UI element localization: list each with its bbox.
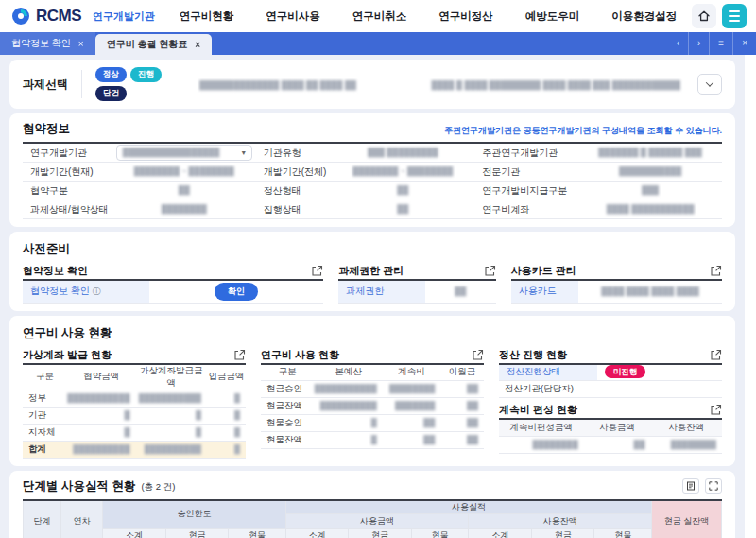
project-dropdown-button[interactable] — [697, 74, 722, 95]
external-link-icon[interactable] — [710, 349, 722, 361]
not-in-progress-badge: 미진행 — [605, 365, 646, 378]
project-authority-panel: 과제권한 관리 과제권한 ██ — [338, 263, 496, 304]
table-row: 과제상태/협약상태 ████████ 집행상태 ██ 연구비계좌 ████ ██… — [23, 200, 722, 219]
table-header-row: 단계 연차 승인한도 사용실적 현금 실잔액 — [24, 500, 722, 514]
field-label: 집행상태 — [256, 200, 332, 219]
column-header: 사용금액 — [584, 419, 651, 436]
info-icon: ⓘ — [93, 286, 101, 296]
field-label: 연구개발비지급구분 — [474, 182, 578, 200]
tab-agreement-check[interactable]: 협약정보 확인 × — [0, 32, 95, 55]
hamburger-menu-button[interactable] — [722, 4, 747, 28]
column-header: 현금 — [531, 529, 594, 538]
row-label: 정산기관(담당자) — [499, 381, 597, 398]
external-link-icon[interactable] — [233, 349, 246, 361]
agreement-check-link[interactable]: 협약정보 확인ⓘ — [23, 280, 149, 303]
table-row: 협약구분 ██ 정산형태 ██ 연구개발비지급구분 ███ — [23, 182, 722, 200]
panel-title: 가상계좌 발급 현황 — [23, 348, 112, 362]
field-value: ████ ████ ████ ████ — [578, 280, 722, 303]
nav-item-prevention-helper[interactable]: 예방도우미 — [525, 9, 580, 24]
tab-list-icon[interactable]: ≡ — [709, 32, 732, 55]
confirm-button[interactable]: 확인 — [215, 283, 258, 301]
agreement-note: 주관연구개발기관은 공동연구개발기관의 구성내역을 조회할 수 있습니다. — [444, 125, 722, 137]
project-authority-link[interactable]: 과제권한 — [338, 280, 425, 303]
nav-item-fund-cancel[interactable]: 연구비취소 — [352, 9, 407, 24]
tab-controls: ‹ › ≡ × — [668, 32, 756, 55]
tab-fund-summary[interactable]: 연구비 총괄 현황표 × — [95, 34, 212, 55]
column-header: 연차 — [60, 500, 102, 538]
table-row: 사용카드 ████ ████ ████ ████ — [511, 280, 722, 303]
tab-close-icon[interactable]: × — [195, 40, 200, 50]
field-value — [597, 381, 722, 398]
rnd-institution-select[interactable]: █████████████████ ▾ — [116, 145, 252, 161]
field-label: 개발기간(전체) — [256, 163, 332, 182]
fullscreen-button[interactable] — [705, 478, 722, 494]
virtual-account-panel: 가상계좌 발급 현황 구분 협약금액 가상계좌발급금액 입금금액 정부 ████… — [23, 347, 246, 459]
row-label: 현금승인 — [261, 381, 315, 398]
field-value: ██ — [112, 182, 256, 200]
column-header: 이월금 — [440, 364, 484, 381]
scrollbar-track[interactable] — [745, 55, 756, 538]
external-link-icon[interactable] — [484, 265, 496, 277]
tab-close-icon[interactable]: × — [78, 39, 84, 49]
settlement-panel: 정산 진행 현황 정산진행상태 미진행 정산기관(담당자) 계속비 편성 현황 — [499, 347, 722, 459]
usage-card-link[interactable]: 사용카드 — [511, 280, 578, 303]
tab-prev-icon[interactable]: ‹ — [668, 32, 688, 55]
row-label: 기관 — [23, 407, 67, 424]
home-button[interactable] — [692, 4, 716, 28]
agreement-check-panel: 협약정보 확인 협약정보 확인ⓘ 확인 — [23, 263, 323, 304]
external-link-icon[interactable] — [710, 404, 722, 416]
table-row: 기관 █ █ █ — [23, 407, 246, 424]
status-badge-single: 단건 — [95, 86, 127, 101]
fund-usage-panel: 연구비 사용 현황 구분 본예산 계속비 이월금 현금승인 ██████████… — [261, 347, 484, 459]
usage-section-title: 연구비 사용 현황 — [23, 326, 112, 339]
table-row: 현물잔액 █ ██ ██ — [261, 432, 484, 449]
field-label: 협약구분 — [23, 182, 112, 200]
panel-title: 정산 진행 현황 — [499, 348, 567, 362]
logo[interactable]: RCMS 연구개발기관 — [11, 7, 155, 26]
column-header: 구분 — [23, 364, 67, 390]
column-header: 소계 — [285, 529, 349, 538]
tab-next-icon[interactable]: › — [688, 32, 709, 55]
field-value: ███ █████████ — [331, 143, 474, 163]
field-value: ██ — [331, 200, 474, 219]
export-icon — [686, 481, 696, 491]
field-label: 정산형태 — [256, 182, 332, 200]
field-value: ████████ — [112, 200, 256, 219]
project-info-masked: ████ █ ████ █████████ ████ ████ ███ ████… — [432, 80, 680, 90]
column-header: 현물 — [229, 529, 286, 538]
table-row: 개발기간(현재) ████████ ~ ████████ 개발기간(전체) ██… — [23, 163, 722, 182]
nav-item-fund-use[interactable]: 연구비사용 — [266, 9, 320, 24]
external-link-icon[interactable] — [710, 265, 722, 277]
column-header: 입금금액 — [207, 364, 246, 390]
tabs-close-all-icon[interactable]: × — [732, 32, 756, 55]
table-row: 현금잔액 ██████████ ███████ ██ — [261, 398, 484, 415]
hamburger-icon — [729, 10, 740, 12]
column-header: 구분 — [261, 364, 315, 381]
column-header-cash-real: 현금 실잔액 — [652, 500, 722, 538]
nav-item-env-settings[interactable]: 이용환경설정 — [611, 9, 677, 24]
tab-label: 연구비 총괄 현황표 — [107, 38, 188, 51]
stage-section-title: 단계별 사용실적 현황 — [23, 478, 135, 495]
field-value: ██ — [425, 280, 496, 303]
field-label: 연구개발기관 — [23, 143, 112, 163]
settlement-status-link[interactable]: 정산진행상태 — [499, 364, 597, 381]
nav-item-fund-settle[interactable]: 연구비정산 — [438, 9, 493, 24]
table-row: ████████ ██ ████████ — [499, 436, 722, 453]
tab-bar: 협약정보 확인 × 연구비 총괄 현황표 × ‹ › ≡ × — [0, 32, 756, 55]
table-row: 과제권한 ██ — [338, 280, 496, 303]
external-link-icon[interactable] — [472, 349, 484, 361]
main-nav: 연구비현황 연구비사용 연구비취소 연구비정산 예방도우미 이용환경설정 — [164, 9, 692, 24]
column-header: 현금 — [349, 529, 412, 538]
row-label: 현금잔액 — [261, 398, 315, 415]
column-header: 계속비편성금액 — [499, 419, 584, 436]
divider — [81, 70, 82, 98]
table-row: 현물승인 █ ██ ██ — [261, 415, 484, 432]
nav-item-fund-status[interactable]: 연구비현황 — [180, 9, 234, 24]
table-row: 정부 ███████████ ███████████ █ — [23, 390, 246, 407]
export-button[interactable] — [682, 478, 699, 494]
panel-title: 과제권한 관리 — [338, 264, 404, 278]
external-link-icon[interactable] — [311, 265, 323, 277]
field-value: ████████ ~ ████████ — [112, 163, 256, 182]
column-header-performance: 사용실적 — [285, 500, 651, 514]
field-value: ██ — [331, 182, 474, 200]
